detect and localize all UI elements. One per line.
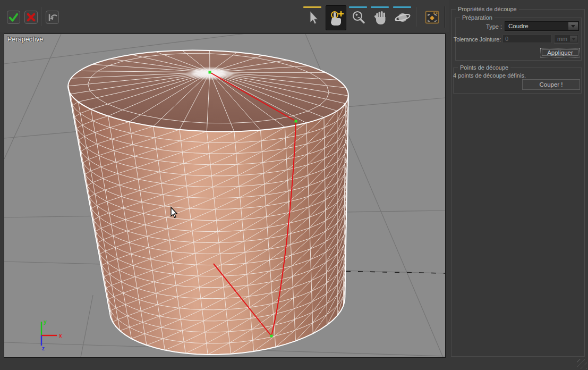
unit-select[interactable]: mm	[554, 35, 578, 43]
scene-canvas: yxz	[4, 34, 445, 357]
cut-button-label: Couper !	[539, 81, 563, 88]
select-arrow-icon	[306, 10, 320, 26]
toolbar-separator	[41, 7, 42, 26]
toolbar-divider	[444, 6, 446, 28]
tool-select[interactable]	[303, 5, 322, 29]
type-select[interactable]: Coudre	[505, 21, 579, 31]
cut-points-title: Points de découpe	[458, 64, 510, 72]
toolbar-separator	[416, 7, 417, 27]
tool-accent-bar	[423, 6, 441, 8]
preparation-title: Préparation	[460, 14, 495, 22]
cut-button[interactable]: Couper !	[522, 79, 580, 90]
add-point-hand-icon	[328, 9, 345, 27]
tool-accent-bar	[303, 6, 321, 8]
accept-button[interactable]	[7, 11, 20, 24]
cut-properties-title: Propriétés de découpe	[456, 5, 519, 13]
tool-frame-view[interactable]	[422, 5, 442, 29]
tolerance-label: Tolerance Jointure:	[451, 36, 501, 43]
zoom-plus-minus-icon	[351, 10, 366, 25]
tolerance-input[interactable]: 0	[502, 35, 552, 43]
viewport-3d[interactable]: yxz Perspective	[4, 33, 446, 358]
cut-points-status: 4 points de découpe définis.	[453, 72, 526, 79]
arrow-to-start-icon	[46, 11, 58, 23]
axis-z-label: z	[42, 346, 45, 351]
apply-button[interactable]: Appliquer	[540, 48, 580, 57]
unit-select-value: mm	[557, 36, 567, 42]
viewport-label: Perspective	[7, 36, 44, 43]
tool-accent-bar	[327, 7, 345, 9]
axis-x-label: x	[59, 333, 62, 339]
window-resize-grip[interactable]	[577, 359, 587, 369]
tool-accent-bar	[371, 6, 389, 8]
pan-hand-icon	[373, 10, 388, 26]
tool-accent-bar	[393, 6, 411, 8]
type-select-value: Coudre	[508, 23, 529, 29]
apply-button-label: Appliquer	[547, 49, 573, 56]
axis-gizmo: yxz	[41, 319, 62, 351]
orbit-planet-icon	[394, 10, 412, 26]
go-to-start-button[interactable]	[46, 11, 59, 24]
tool-pan[interactable]	[370, 5, 390, 29]
tolerance-value: 0	[505, 36, 508, 42]
axis-y-label: y	[44, 319, 47, 325]
chevron-down-icon[interactable]	[569, 36, 577, 42]
chevron-down-icon[interactable]	[568, 22, 578, 30]
tool-accent-bar	[349, 6, 367, 8]
tool-zoom[interactable]	[348, 5, 368, 29]
x-icon	[25, 11, 37, 23]
main-toolbar	[0, 0, 449, 32]
frame-view-icon	[425, 10, 439, 24]
tool-add-point[interactable]	[326, 5, 346, 30]
cut-properties-group: Propriétés de découpe	[451, 9, 585, 357]
check-icon	[7, 11, 20, 23]
cancel-button[interactable]	[24, 11, 38, 24]
tool-orbit[interactable]	[393, 5, 412, 29]
application-window: yxz Perspective Propriétés de découpe Pr…	[0, 0, 588, 370]
type-label: Type :	[454, 23, 502, 30]
